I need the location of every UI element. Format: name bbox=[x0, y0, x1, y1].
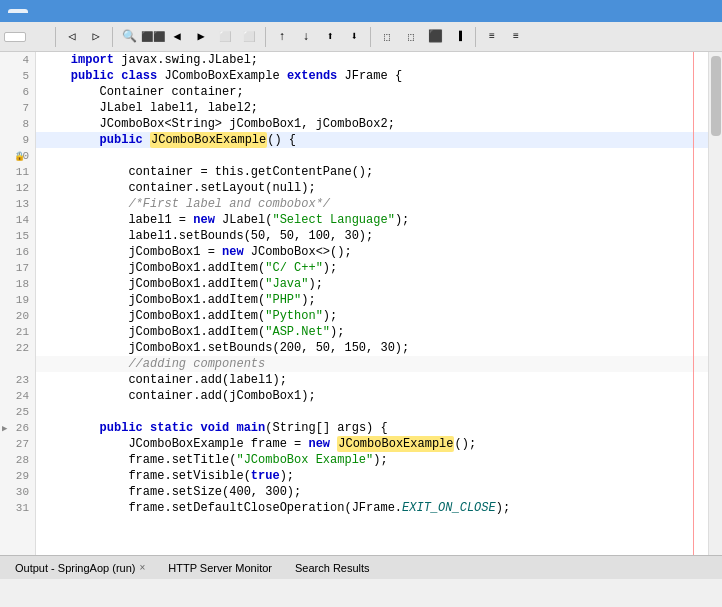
toolbar-btn-13[interactable]: ⬚ bbox=[376, 26, 398, 48]
scrollbar-thumb[interactable] bbox=[711, 56, 721, 136]
code-line: container.setLayout(null); bbox=[36, 180, 708, 196]
code-line: container.add(label1); bbox=[36, 372, 708, 388]
gutter-line: 17 bbox=[0, 260, 35, 276]
gutter-line: 25 bbox=[0, 404, 35, 420]
gutter-line: 14 bbox=[0, 212, 35, 228]
gutter-line: 🔒10 bbox=[0, 148, 35, 164]
gutter-line: 6 bbox=[0, 84, 35, 100]
toolbar-btn-15[interactable]: ⬛ bbox=[424, 26, 446, 48]
toolbar-btn-12[interactable]: ⬇ bbox=[343, 26, 365, 48]
code-line: frame.setVisible(true); bbox=[36, 468, 708, 484]
code-line: container.add(jComboBox1); bbox=[36, 388, 708, 404]
bottom-tab[interactable]: HTTP Server Monitor bbox=[157, 559, 283, 577]
title-bar bbox=[0, 0, 722, 22]
gutter-line: 30 bbox=[0, 484, 35, 500]
toolbar-btn-10[interactable]: ↓ bbox=[295, 26, 317, 48]
editor-tab[interactable] bbox=[8, 9, 28, 13]
toolbar-btn-17[interactable]: ≡ bbox=[481, 26, 503, 48]
gutter-line: 27 bbox=[0, 436, 35, 452]
gutter-line: 21 bbox=[0, 324, 35, 340]
code-line bbox=[36, 404, 708, 420]
code-area[interactable]: import javax.swing.JLabel; public class … bbox=[36, 52, 708, 555]
code-line: frame.setSize(400, 300); bbox=[36, 484, 708, 500]
toolbar: ◁ ▷ 🔍 ⬛⬛ ◀ ▶ ⬜ ⬜ ↑ ↓ ⬆ ⬇ ⬚ ⬚ ⬛ ▐ ≡ ≡ bbox=[0, 22, 722, 52]
gutter-line: 28 bbox=[0, 452, 35, 468]
gutter-line: 18 bbox=[0, 276, 35, 292]
toolbar-sep-2 bbox=[112, 27, 113, 47]
gutter-line: 7 bbox=[0, 100, 35, 116]
code-line: public JComboBoxExample() { bbox=[36, 132, 708, 148]
gutter-line: ▶26 bbox=[0, 420, 35, 436]
code-line: Container container; bbox=[36, 84, 708, 100]
gutter-line: 15 bbox=[0, 228, 35, 244]
toolbar-btn-6[interactable]: ▶ bbox=[190, 26, 212, 48]
code-line: jComboBox1.addItem("PHP"); bbox=[36, 292, 708, 308]
toolbar-btn-7[interactable]: ⬜ bbox=[214, 26, 236, 48]
toolbar-sep-3 bbox=[265, 27, 266, 47]
bottom-tab[interactable]: Search Results bbox=[284, 559, 381, 577]
code-line: jComboBox1 = new JComboBox<>(); bbox=[36, 244, 708, 260]
gutter-line: 20 bbox=[0, 308, 35, 324]
gutter-line: 4 bbox=[0, 52, 35, 68]
code-line: //adding components bbox=[36, 356, 708, 372]
code-line: import javax.swing.JLabel; bbox=[36, 52, 708, 68]
gutter-line: 9 bbox=[0, 132, 35, 148]
close-icon[interactable]: × bbox=[139, 562, 145, 573]
code-line: jComboBox1.addItem("Java"); bbox=[36, 276, 708, 292]
history-tab[interactable] bbox=[28, 32, 50, 42]
toolbar-btn-4[interactable]: ⬛⬛ bbox=[142, 26, 164, 48]
gutter-line: 11 bbox=[0, 164, 35, 180]
code-line: frame.setDefaultCloseOperation(JFrame.EX… bbox=[36, 500, 708, 516]
code-line: jComboBox1.setBounds(200, 50, 150, 30); bbox=[36, 340, 708, 356]
gutter-line: 22 bbox=[0, 340, 35, 356]
toolbar-btn-18[interactable]: ≡ bbox=[505, 26, 527, 48]
scrollbar[interactable] bbox=[708, 52, 722, 555]
toolbar-btn-2[interactable]: ▷ bbox=[85, 26, 107, 48]
gutter-line: 24 bbox=[0, 388, 35, 404]
toolbar-sep-1 bbox=[55, 27, 56, 47]
code-line: public class JComboBoxExample extends JF… bbox=[36, 68, 708, 84]
code-line: public static void main(String[] args) { bbox=[36, 420, 708, 436]
toolbar-btn-5[interactable]: ◀ bbox=[166, 26, 188, 48]
source-tab[interactable] bbox=[4, 32, 26, 42]
code-line: JComboBoxExample frame = new JComboBoxEx… bbox=[36, 436, 708, 452]
gutter-line: 13 bbox=[0, 196, 35, 212]
toolbar-btn-11[interactable]: ⬆ bbox=[319, 26, 341, 48]
gutter-line: 16 bbox=[0, 244, 35, 260]
toolbar-btn-1[interactable]: ◁ bbox=[61, 26, 83, 48]
toolbar-btn-9[interactable]: ↑ bbox=[271, 26, 293, 48]
code-line: label1.setBounds(50, 50, 100, 30); bbox=[36, 228, 708, 244]
code-line: container = this.getContentPane(); bbox=[36, 164, 708, 180]
gutter-line: 5 bbox=[0, 68, 35, 84]
code-line: JLabel label1, label2; bbox=[36, 100, 708, 116]
gutter-line: 29 bbox=[0, 468, 35, 484]
code-line: jComboBox1.addItem("Python"); bbox=[36, 308, 708, 324]
bottom-tab[interactable]: Output - SpringAop (run)× bbox=[4, 559, 156, 577]
gutter-line bbox=[0, 356, 35, 372]
code-line: JComboBox<String> jComboBox1, jComboBox2… bbox=[36, 116, 708, 132]
toolbar-btn-16[interactable]: ▐ bbox=[448, 26, 470, 48]
code-line: /*First label and combobox*/ bbox=[36, 196, 708, 212]
editor-container: 456789🔒10111213141516171819202122232425▶… bbox=[0, 52, 722, 555]
code-line: jComboBox1.addItem("ASP.Net"); bbox=[36, 324, 708, 340]
toolbar-btn-3[interactable]: 🔍 bbox=[118, 26, 140, 48]
code-line: frame.setTitle("JComboBox Example"); bbox=[36, 452, 708, 468]
right-margin-line bbox=[693, 52, 694, 555]
toolbar-sep-4 bbox=[370, 27, 371, 47]
toolbar-sep-5 bbox=[475, 27, 476, 47]
line-numbers: 456789🔒10111213141516171819202122232425▶… bbox=[0, 52, 36, 555]
gutter-line: 12 bbox=[0, 180, 35, 196]
gutter-line: 31 bbox=[0, 500, 35, 516]
toolbar-btn-14[interactable]: ⬚ bbox=[400, 26, 422, 48]
gutter-line: 23 bbox=[0, 372, 35, 388]
code-line: jComboBox1.addItem("C/ C++"); bbox=[36, 260, 708, 276]
toolbar-btn-8[interactable]: ⬜ bbox=[238, 26, 260, 48]
code-line bbox=[36, 148, 708, 164]
code-line: label1 = new JLabel("Select Language"); bbox=[36, 212, 708, 228]
bottom-tabs: Output - SpringAop (run)×HTTP Server Mon… bbox=[0, 555, 722, 579]
gutter-line: 8 bbox=[0, 116, 35, 132]
gutter-line: 19 bbox=[0, 292, 35, 308]
